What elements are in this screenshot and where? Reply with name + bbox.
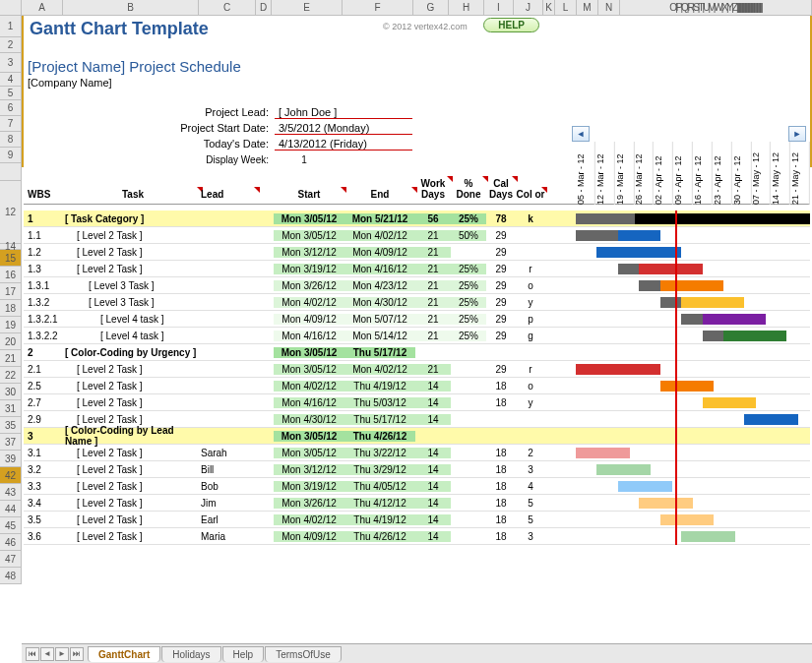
gantt-bar-area [576,227,810,244]
gantt-bar [660,381,715,392]
table-row[interactable]: 3.3[ Level 2 Task ]BobMon 3/19/12Thu 4/0… [24,478,810,495]
gantt-grid[interactable]: 1[ Task Category ]Mon 3/05/12Mon 5/21/12… [24,211,810,545]
table-row[interactable]: 2.5[ Level 2 Task ]Mon 4/02/12Thu 4/19/1… [24,378,810,394]
table-row[interactable]: 3.2[ Level 2 Task ]BillMon 3/12/12Thu 3/… [24,461,810,478]
lead-label: Project Lead: [24,106,275,118]
gantt-bar [703,331,723,341]
gantt-bar-area [576,328,810,344]
sheet-tab-ganttchart[interactable]: GanttChart [88,646,160,662]
gantt-bar-area [576,277,810,294]
gantt-bar [639,280,659,291]
column-letters: A B C D E F G H I J K L M N O|P|Q|R|S|T|… [0,0,812,16]
col-caldays: Cal Days [486,178,516,204]
table-row[interactable]: 3.5[ Level 2 Task ]EarlMon 4/02/12Thu 4/… [24,512,810,528]
scroll-left-button[interactable]: ◄ [572,126,590,142]
table-row[interactable]: 3.1[ Level 2 Task ]SarahMon 3/05/12Thu 3… [24,445,810,461]
table-row[interactable]: 3.6[ Level 2 Task ]MariaMon 4/09/12Thu 4… [24,528,810,545]
lead-value[interactable]: [ John Doe ] [275,106,412,119]
sheet-tab-termsofuse[interactable]: TermsOfUse [265,646,342,662]
gantt-bar [660,297,681,308]
col-wbs: WBS [24,189,65,204]
col-task: Task [65,189,201,204]
gantt-bar [576,448,630,458]
scroll-right-button[interactable]: ► [788,126,806,142]
tab-last-icon[interactable]: ⏭ [70,647,84,661]
tab-next-icon[interactable]: ► [55,647,69,661]
gantt-bar [596,247,681,258]
sheet-tabs: ⏮ ◄ ► ⏭ GanttChartHolidaysHelpTermsOfUse [22,643,812,663]
gantt-bar [576,213,635,224]
gantt-bar [596,464,651,475]
gantt-bar-area [576,445,810,461]
table-row[interactable]: 1.3.2.1[ Level 4 task ]Mon 4/09/12Mon 5/… [24,311,810,328]
gantt-bar-area [576,411,810,428]
company-name: [Company Name] [24,77,810,90]
gantt-bar-area [576,244,810,261]
gantt-bar-area [576,512,810,528]
gantt-bar [576,230,618,241]
gantt-bar [681,531,735,542]
sheet-tab-holidays[interactable]: Holidays [161,646,220,662]
gantt-bar-area [576,461,810,478]
gantt-bar [618,264,639,274]
table-row[interactable]: 1.1[ Level 2 Task ]Mon 3/05/12Mon 4/02/1… [24,227,810,244]
row-numbers: 1234567891214151617181920212230313537394… [0,16,22,584]
sheet-tab-help[interactable]: Help [222,646,265,662]
table-header: WBS Task Lead Start End Work Days % Done… [24,142,810,205]
gantt-bar [703,397,757,408]
gantt-bar-area [576,344,810,361]
gantt-bar-area [576,311,810,328]
today-marker [675,211,677,545]
gantt-bar [660,514,715,525]
gantt-bar [576,364,660,375]
gantt-bar-area [576,394,810,411]
gantt-bar-area [576,495,810,512]
col-pctdone: % Done [451,178,486,204]
table-row[interactable]: 2.7[ Level 2 Task ]Mon 4/16/12Thu 5/03/1… [24,394,810,411]
gantt-bar [639,498,693,509]
col-end: End [344,189,415,204]
gantt-bar-area [576,378,810,394]
col-workdays: Work Days [415,178,451,204]
table-row[interactable]: 1.3.2.2[ Level 4 task ]Mon 4/16/12Mon 5/… [24,328,810,344]
gantt-bar [681,314,702,325]
gantt-bar-area [576,528,810,545]
gantt-bar [618,481,672,492]
tab-first-icon[interactable]: ⏮ [26,647,39,661]
project-title: [Project Name] Project Schedule [24,57,810,77]
table-row[interactable]: 3[ Color-Coding by Lead Name ]Mon 3/05/1… [24,428,810,445]
gantt-bar-area [576,361,810,378]
table-row[interactable]: 1[ Task Category ]Mon 3/05/12Mon 5/21/12… [24,211,810,227]
gantt-bar-area [576,261,810,277]
start-date-value[interactable]: 3/5/2012 (Monday) [275,122,412,135]
table-row[interactable]: 1.3.2[ Level 3 Task ]Mon 4/02/12Mon 4/30… [24,294,810,311]
gantt-bar [744,414,798,425]
tab-prev-icon[interactable]: ◄ [40,647,54,661]
col-start: Start [274,189,344,204]
gantt-bar-area [576,428,810,445]
table-row[interactable]: 1.3.1[ Level 3 Task ]Mon 3/26/12Mon 4/23… [24,277,810,294]
gantt-bar-area [576,478,810,495]
gantt-bar-area [576,294,810,311]
copyright: © 2012 vertex42.com [383,22,468,31]
col-lead: Lead [201,189,258,204]
date-headers: 05 - Mar - 1212 - Mar - 1219 - Mar - 122… [576,142,810,205]
table-row[interactable]: 2.1[ Level 2 Task ]Mon 3/05/12Mon 4/02/1… [24,361,810,378]
table-row[interactable]: 2[ Color-Coding by Urgency ]Mon 3/05/12T… [24,344,810,361]
help-button[interactable]: HELP [483,18,539,32]
table-row[interactable]: 3.4[ Level 2 Task ]JimMon 3/26/12Thu 4/1… [24,495,810,512]
table-row[interactable]: 1.3[ Level 2 Task ]Mon 3/19/12Mon 4/16/1… [24,261,810,277]
start-date-label: Project Start Date: [24,122,275,134]
table-row[interactable]: 1.2[ Level 2 Task ]Mon 3/12/12Mon 4/09/1… [24,244,810,261]
col-color: Col or [516,189,545,204]
gantt-bar-area [576,211,810,227]
